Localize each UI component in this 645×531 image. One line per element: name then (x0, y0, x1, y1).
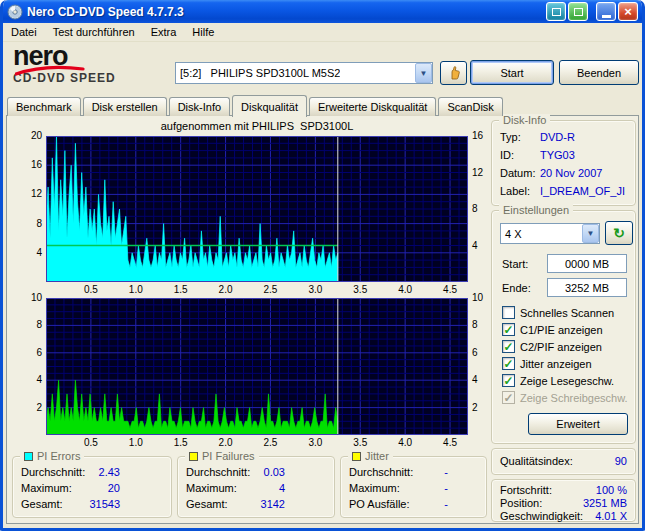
checkbox-label: Zeige Lesegeschw. (520, 375, 614, 387)
axis-tick-label: 0.5 (78, 284, 104, 295)
tab-benchmark[interactable]: Benchmark (7, 97, 81, 116)
checkbox-zeige-lesegeschw[interactable]: Zeige Lesegeschw. (502, 373, 614, 388)
axis-tick-label: 8 (16, 218, 42, 229)
tab-diskqualitaet[interactable]: Diskqualität (232, 95, 307, 117)
drive-select-arrow-button[interactable]: ▼ (415, 63, 432, 83)
close-button[interactable]: × (618, 2, 638, 21)
settings-group-title: Einstellungen (503, 204, 569, 216)
axis-tick-label: 4.5 (437, 284, 463, 295)
jitter-legend-swatch (352, 452, 361, 461)
checkbox-box (502, 374, 515, 387)
start-button[interactable]: Start (470, 60, 554, 85)
disk-date-value: 20 Nov 2007 (540, 167, 602, 179)
drive-select[interactable]: [5:2] PHILIPS SPD3100L M5S2 ▼ (175, 62, 433, 84)
start-position-value: 0000 MB (565, 258, 609, 270)
stat-value: - (396, 466, 448, 478)
pi-errors-legend-swatch (24, 452, 33, 461)
write-test-options-button[interactable] (440, 61, 467, 85)
titlebar-utility-button-2[interactable] (568, 2, 588, 21)
quality-index-group: Qualitätsindex: 90 (491, 448, 636, 475)
pi-errors-stats-title: PI Errors (37, 450, 80, 462)
pi-failures-chart (46, 298, 468, 435)
jitter-stats-group: Jitter Durchschnitt: - Maximum: - PO Aus… (340, 456, 487, 518)
quit-button-label: Beenden (577, 67, 621, 79)
disk-id-label: ID: (500, 149, 514, 161)
pi-failures-stats-group: PI Failures Durchschnitt: 0.03 Maximum: … (177, 456, 335, 518)
mini-window-icon (574, 8, 583, 16)
axis-tick-label: 10 (16, 292, 42, 303)
checkbox-c2-pif-anzeigen[interactable]: C2/PIF anzeigen (502, 339, 602, 354)
axis-tick-label: 2.0 (213, 284, 239, 295)
axis-tick-label: 3.0 (302, 437, 328, 448)
end-position-label: Ende: (502, 282, 531, 294)
axis-tick-label: 2 (16, 402, 42, 413)
checkbox-c1-pie-anzeigen[interactable]: C1/PIE anzeigen (502, 322, 603, 337)
checkbox-label: Schnelles Scannen (520, 307, 614, 319)
axis-tick-label: 4.0 (392, 437, 418, 448)
menu-extra[interactable]: Extra (143, 24, 185, 40)
tab-disk-info[interactable]: Disk-Info (169, 97, 230, 116)
pi-failures-legend-swatch (189, 452, 198, 461)
axis-tick-label: 1.5 (168, 437, 194, 448)
chevron-down-icon: ▼ (587, 229, 595, 238)
stat-label: Gesamt: (21, 498, 63, 510)
end-position-value: 3252 MB (565, 282, 609, 294)
axis-tick-label: 1.5 (168, 284, 194, 295)
axis-tick-label: 4.5 (437, 437, 463, 448)
checkbox-box (502, 323, 515, 336)
progress-group: Fortschritt: 100 % Position: 3251 MB Ges… (491, 479, 636, 522)
checkbox-schnelles-scannen[interactable]: Schnelles Scannen (502, 305, 614, 320)
tab-erweiterte-diskqualitaet[interactable]: Erweiterte Diskqualität (309, 97, 436, 116)
menu-test-durchfuehren[interactable]: Test durchführen (45, 24, 143, 40)
start-position-input[interactable]: 0000 MB (547, 254, 627, 273)
checkbox-label: Jitter anzeigen (520, 358, 592, 370)
position-label: Position: (500, 497, 542, 509)
checkbox-label: C2/PIF anzeigen (520, 341, 602, 353)
quality-index-value: 90 (615, 455, 627, 467)
checkbox-box (502, 391, 515, 404)
tab-disk-erstellen[interactable]: Disk erstellen (83, 97, 167, 116)
speed-select-arrow-button[interactable]: ▼ (582, 224, 599, 243)
axis-tick-label: 4 (16, 247, 42, 258)
chart-title: aufgenommen mit PHILIPS SPD3100L (46, 120, 468, 132)
axis-tick-label: 8 (16, 319, 42, 330)
speed-label: Geschwindigkeit: (500, 510, 583, 522)
titlebar-utility-button-1[interactable] (546, 2, 566, 21)
speed-select[interactable]: 4 X ▼ (500, 223, 600, 244)
menu-datei[interactable]: Datei (3, 24, 45, 40)
axis-tick-label: 2.5 (257, 284, 283, 295)
pi-errors-chart (46, 136, 468, 282)
start-position-label: Start: (502, 258, 528, 270)
end-position-input[interactable]: 3252 MB (547, 278, 627, 297)
advanced-button[interactable]: Erweitert (528, 413, 628, 435)
axis-tick-label: 2.5 (257, 437, 283, 448)
checkbox-label: C1/PIE anzeigen (520, 324, 603, 336)
disk-label-value: I_DREAM_OF_JI (540, 185, 625, 197)
axis-tick-label: 12 (16, 188, 42, 199)
chart-area: aufgenommen mit PHILIPS SPD3100L 4812162… (7, 116, 489, 452)
tab-scandisk[interactable]: ScanDisk (438, 97, 502, 116)
disk-info-group: Disk-Info Typ: DVD-R ID: TYG03 Datum: 20… (491, 120, 636, 206)
stat-value: 31543 (68, 498, 120, 510)
axis-tick-label: 4.0 (392, 284, 418, 295)
refresh-disc-button[interactable]: ↻ (605, 221, 633, 245)
title-bar[interactable]: Nero CD-DVD Speed 4.7.7.3 × (3, 0, 642, 23)
axis-tick-label: 4 (16, 374, 42, 385)
disk-id-value: TYG03 (540, 149, 575, 161)
checkbox-label: Zeige Schreibgeschw. (520, 392, 628, 404)
start-button-label: Start (500, 67, 523, 79)
checkbox-zeige-schreibgeschw[interactable]: Zeige Schreibgeschw. (502, 390, 628, 405)
axis-tick-label: 1.0 (123, 284, 149, 295)
pi-errors-stats-group: PI Errors Durchschnitt: 2.43 Maximum: 20… (12, 456, 172, 518)
drive-select-value: [5:2] PHILIPS SPD3100L M5S2 (176, 67, 340, 79)
app-window: Nero CD-DVD Speed 4.7.7.3 × Datei Test d… (0, 0, 645, 531)
nero-logo: nero CD-DVD SPEED (13, 43, 171, 85)
advanced-button-label: Erweitert (556, 418, 599, 430)
minimize-button[interactable] (596, 2, 616, 21)
stat-value: - (396, 498, 448, 510)
menu-hilfe[interactable]: Hilfe (184, 24, 222, 40)
settings-group: Einstellungen 4 X ▼ ↻ Start: 0000 MB End… (491, 210, 636, 444)
mini-window-icon (552, 8, 561, 16)
checkbox-jitter-anzeigen[interactable]: Jitter anzeigen (502, 356, 592, 371)
quit-button[interactable]: Beenden (559, 60, 639, 85)
